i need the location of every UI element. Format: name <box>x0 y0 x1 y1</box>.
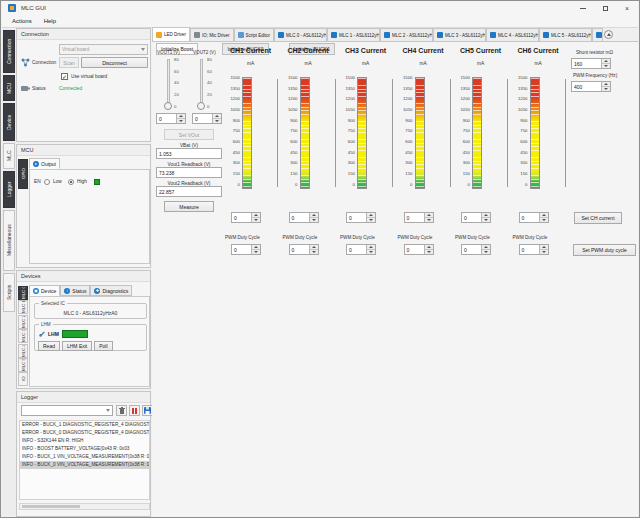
vout1-slider[interactable] <box>167 59 170 107</box>
main-tab-mlc-4-asl6112yhza0[interactable]: MLC 4 - ASL6112yHzA0 <box>486 28 539 41</box>
device-tab-status[interactable]: iStatus <box>60 285 90 296</box>
ch4-current-spinbox[interactable]: 0 <box>404 212 434 223</box>
vout1-readback-field[interactable]: 73.238 <box>156 167 222 178</box>
log-row[interactable]: INFO - BUCK_1 VIN_VOLTAGE_MEASUREMENT(0x… <box>20 453 149 461</box>
vout2-spin-down[interactable] <box>213 118 221 123</box>
log-row[interactable]: INFO - BOOST BATTERY_VOLTAGE(0x43 R: 0x0… <box>20 445 149 453</box>
board-select[interactable]: Virtual board <box>59 44 148 55</box>
dock-tab-connection[interactable]: Connection <box>3 30 15 73</box>
slider-tick-label: 20 <box>174 92 179 97</box>
device-side-tab-io[interactable]: IO <box>18 372 28 386</box>
vbat-field[interactable]: 1.053 <box>156 148 222 159</box>
main-tab-mlc-3-asl6112yhza0[interactable]: MLC 3 - ASL6112yHzA0 <box>433 28 486 41</box>
freq-spin-down[interactable] <box>602 86 610 91</box>
use-virtual-board-checkbox[interactable]: ✓ <box>61 73 68 80</box>
main-tab-m[interactable]: M <box>592 28 603 41</box>
vout2-slider-handle[interactable] <box>197 102 205 110</box>
vout2-readback-field[interactable]: 22.857 <box>156 186 222 197</box>
vout2-slider[interactable] <box>200 59 203 107</box>
ch4-current-spinbox-down[interactable] <box>425 217 433 222</box>
ch5-pwm-spinbox-down[interactable] <box>482 249 490 254</box>
maximize-button[interactable] <box>594 1 616 15</box>
mcu-tab-output[interactable]: ▸ Output <box>29 158 60 169</box>
log-row[interactable]: INFO - BUCK_0 VIN_VOLTAGE_MEASUREMENT(0x… <box>20 461 149 469</box>
device-side-tab-mlc-1[interactable]: MLC 1 <box>18 300 28 314</box>
scan-button[interactable]: Scan <box>59 57 79 68</box>
ch5-current-spinbox[interactable]: 0 <box>461 212 491 223</box>
main-tab-mlc-0-asl6112yhza0[interactable]: MLC 0 - ASL6112yHzA0 <box>274 28 327 41</box>
device-side-tab-mlc-4[interactable]: MLC 4 <box>18 344 28 358</box>
read-button[interactable]: Read <box>38 341 60 351</box>
lhm-exit-button[interactable]: LHM Exit <box>62 341 92 351</box>
dock-tab-mcu[interactable]: MCU <box>3 75 15 101</box>
vout2-spinbox[interactable]: 0 <box>192 113 222 124</box>
main-tab-script-editor[interactable]: Script Editor <box>234 28 275 41</box>
ch3-current-spinbox[interactable]: 0 <box>346 212 376 223</box>
pwm-frequency-spinbox[interactable]: 400 <box>571 81 611 92</box>
ch2-pwm-spinbox[interactable]: 0 <box>289 244 319 255</box>
ch6-current-spinbox[interactable]: 0 <box>519 212 549 223</box>
tab-scroll-button[interactable] <box>604 30 613 39</box>
measure-button[interactable]: Measure <box>164 201 214 212</box>
ch4-pwm-spinbox[interactable]: 0 <box>404 244 434 255</box>
log-hscrollbar[interactable] <box>19 503 150 510</box>
shunt-resistor-spinbox[interactable]: 160 <box>571 58 611 69</box>
ch3-pwm-spinbox-down[interactable] <box>367 249 375 254</box>
device-side-tab-mlc-0[interactable]: MLC 0 <box>18 286 28 300</box>
en-low-radio[interactable] <box>44 179 50 185</box>
poll-button[interactable]: Poll <box>94 341 112 351</box>
minimize-button[interactable] <box>572 1 594 15</box>
log-list[interactable]: ERROR - BUCK_1 DIAGNOSTIC_REGISTER_4 DIA… <box>19 420 150 500</box>
set-vout-button[interactable]: Set VOut <box>164 129 214 140</box>
log-hscrollbar-thumb[interactable] <box>22 505 80 508</box>
ch1-pwm-spinbox[interactable]: 0 <box>231 244 261 255</box>
pause-log-button[interactable] <box>129 405 140 416</box>
device-tab-device[interactable]: ▣Device <box>29 285 60 296</box>
dock-tab-mlc[interactable]: MLC <box>3 143 15 169</box>
clear-log-button[interactable] <box>116 405 127 416</box>
menu-item-actions[interactable]: Actions <box>7 17 37 25</box>
ch1-pwm-spinbox-down[interactable] <box>252 249 260 254</box>
dock-tab-scripts[interactable]: Scripts <box>3 273 15 312</box>
ch6-current-spinbox-down[interactable] <box>540 217 548 222</box>
log-filter-combobox[interactable] <box>21 405 113 416</box>
ch1-current-spinbox[interactable]: 0 <box>231 212 261 223</box>
disconnect-button[interactable]: Disconnect <box>81 57 148 68</box>
log-row[interactable]: ERROR - BUCK_0 DIAGNOSTIC_REGISTER_4 DIA… <box>20 429 149 437</box>
ch5-pwm-spinbox[interactable]: 0 <box>461 244 491 255</box>
ch2-current-spinbox-down[interactable] <box>310 217 318 222</box>
set-pwm-duty-button[interactable]: Set PWM duty cycle <box>573 244 636 256</box>
main-tab-led-driver[interactable]: LED Driver <box>152 27 190 41</box>
shunt-spin-down[interactable] <box>602 63 610 68</box>
main-tab-mlc-1-asl6112yhza0[interactable]: MLC 1 - ASL6112yHzA0 <box>327 28 380 41</box>
ch2-current-spinbox[interactable]: 0 <box>289 212 319 223</box>
main-tab-mlc-2-asl6112yhza0[interactable]: MLC 2 - ASL6112yHzA0 <box>380 28 433 41</box>
ch6-pwm-spinbox-down[interactable] <box>540 249 548 254</box>
main-tab-io-mic-driver[interactable]: IO; Mic Driver <box>190 28 234 41</box>
ch5-current-spinbox-down[interactable] <box>482 217 490 222</box>
ch4-pwm-spinbox-down[interactable] <box>425 249 433 254</box>
log-row[interactable]: ERROR - BUCK_1 DIAGNOSTIC_REGISTER_4 DIA… <box>20 421 149 429</box>
ch3-current-spinbox-down[interactable] <box>367 217 375 222</box>
vout1-spinbox[interactable]: 0 <box>156 113 186 124</box>
device-side-tab-mlc-2[interactable]: MLC 2 <box>18 315 28 329</box>
device-tab-diagnostics[interactable]: ✚Diagnostics <box>90 285 132 296</box>
vout1-spin-down[interactable] <box>177 118 185 123</box>
dock-tab-miscellaneous[interactable]: Miscellaneous <box>3 210 15 271</box>
device-side-tab-mlc-3[interactable]: MLC 3 <box>18 329 28 343</box>
ch6-pwm-spinbox[interactable]: 0 <box>519 244 549 255</box>
ch2-pwm-spinbox-down[interactable] <box>310 249 318 254</box>
en-high-radio[interactable] <box>68 179 74 185</box>
close-button[interactable]: × <box>616 1 638 15</box>
vout1-slider-handle[interactable] <box>164 102 172 110</box>
set-ch-current-button[interactable]: Set CH current <box>574 212 622 224</box>
mcu-tab-gpio[interactable]: GPIO <box>18 159 28 189</box>
ch3-pwm-spinbox[interactable]: 0 <box>346 244 376 255</box>
menu-item-help[interactable]: Help <box>39 17 61 25</box>
main-tab-mlc-5-asl6112yhza0[interactable]: MLC 5 - ASL6112yHzA0 <box>539 28 592 41</box>
device-side-tab-mlc-5[interactable]: MLC 5 <box>18 358 28 372</box>
ch1-current-spinbox-down[interactable] <box>252 217 260 222</box>
dock-tab-logger[interactable]: Logger <box>3 171 15 208</box>
dock-tab-device[interactable]: Device <box>3 103 15 141</box>
log-row[interactable]: INFO - S32K144 EN R: HIGH <box>20 437 149 445</box>
